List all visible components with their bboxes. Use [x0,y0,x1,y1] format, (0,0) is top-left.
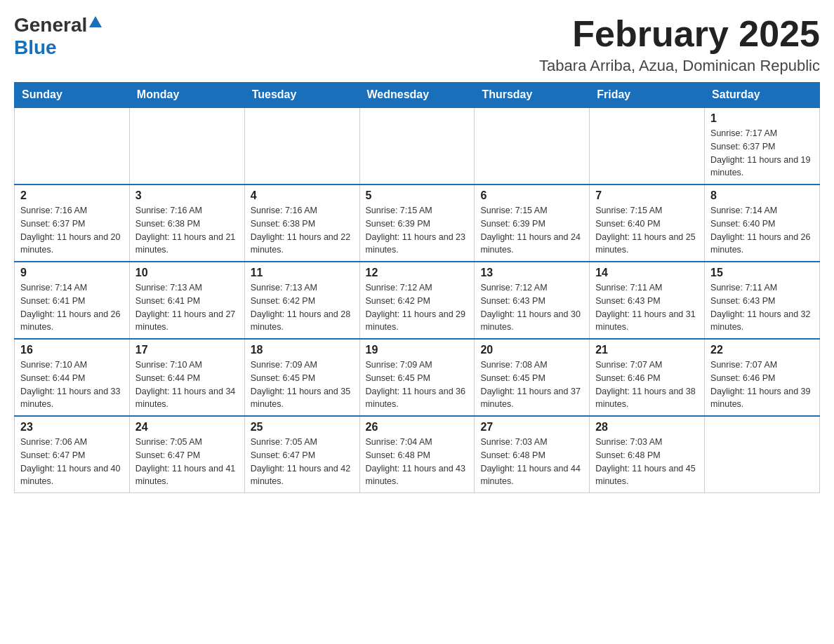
logo-blue-text: Blue [14,36,57,58]
svg-marker-0 [89,16,102,27]
calendar-cell: 1Sunrise: 7:17 AM Sunset: 6:37 PM Daylig… [705,107,820,185]
week-row-5: 23Sunrise: 7:06 AM Sunset: 6:47 PM Dayli… [15,416,820,493]
day-number: 9 [20,267,124,279]
calendar-header-sunday: Sunday [15,83,130,108]
day-info: Sunrise: 7:03 AM Sunset: 6:48 PM Dayligh… [480,436,583,488]
day-number: 19 [366,344,469,356]
day-info: Sunrise: 7:06 AM Sunset: 6:47 PM Dayligh… [20,436,124,488]
calendar-cell: 6Sunrise: 7:15 AM Sunset: 6:39 PM Daylig… [475,185,590,262]
day-info: Sunrise: 7:16 AM Sunset: 6:37 PM Dayligh… [20,204,124,257]
day-info: Sunrise: 7:14 AM Sunset: 6:41 PM Dayligh… [20,281,124,334]
day-info: Sunrise: 7:09 AM Sunset: 6:45 PM Dayligh… [251,358,354,411]
calendar-cell: 28Sunrise: 7:03 AM Sunset: 6:48 PM Dayli… [590,416,705,493]
day-info: Sunrise: 7:05 AM Sunset: 6:47 PM Dayligh… [251,436,354,488]
day-number: 17 [135,344,239,356]
calendar-cell: 5Sunrise: 7:15 AM Sunset: 6:39 PM Daylig… [359,185,475,262]
calendar-cell: 18Sunrise: 7:09 AM Sunset: 6:45 PM Dayli… [244,339,359,416]
day-number: 11 [251,267,354,279]
day-number: 7 [595,189,699,202]
day-info: Sunrise: 7:13 AM Sunset: 6:42 PM Dayligh… [251,281,354,334]
day-info: Sunrise: 7:09 AM Sunset: 6:45 PM Dayligh… [366,358,469,411]
day-info: Sunrise: 7:12 AM Sunset: 6:43 PM Dayligh… [480,281,583,334]
day-number: 18 [251,344,354,356]
day-number: 27 [480,421,583,434]
logo: General Blue [14,14,102,59]
calendar-cell: 17Sunrise: 7:10 AM Sunset: 6:44 PM Dayli… [129,339,244,416]
day-info: Sunrise: 7:10 AM Sunset: 6:44 PM Dayligh… [135,358,239,411]
calendar-cell: 22Sunrise: 7:07 AM Sunset: 6:46 PM Dayli… [705,339,820,416]
day-number: 10 [135,267,239,279]
calendar-cell [15,107,130,185]
day-info: Sunrise: 7:07 AM Sunset: 6:46 PM Dayligh… [710,358,814,411]
day-number: 25 [251,421,354,434]
calendar-cell: 2Sunrise: 7:16 AM Sunset: 6:37 PM Daylig… [15,185,130,262]
calendar-cell: 12Sunrise: 7:12 AM Sunset: 6:42 PM Dayli… [359,262,475,339]
day-number: 22 [710,344,814,356]
day-number: 26 [366,421,469,434]
calendar-header-friday: Friday [590,83,705,108]
day-number: 1 [710,112,814,125]
calendar-cell: 4Sunrise: 7:16 AM Sunset: 6:38 PM Daylig… [244,185,359,262]
day-number: 8 [710,189,814,202]
calendar-cell [590,107,705,185]
day-number: 13 [480,267,583,279]
day-number: 4 [251,189,354,202]
calendar-header-saturday: Saturday [705,83,820,108]
calendar-cell: 10Sunrise: 7:13 AM Sunset: 6:41 PM Dayli… [129,262,244,339]
logo-general-text: General [14,14,87,36]
calendar-cell: 3Sunrise: 7:16 AM Sunset: 6:38 PM Daylig… [129,185,244,262]
calendar-cell: 11Sunrise: 7:13 AM Sunset: 6:42 PM Dayli… [244,262,359,339]
calendar-header-monday: Monday [129,83,244,108]
day-info: Sunrise: 7:03 AM Sunset: 6:48 PM Dayligh… [595,436,699,488]
day-info: Sunrise: 7:15 AM Sunset: 6:40 PM Dayligh… [595,204,699,257]
title-section: February 2025 Tabara Arriba, Azua, Domin… [539,14,820,75]
calendar-cell: 16Sunrise: 7:10 AM Sunset: 6:44 PM Dayli… [15,339,130,416]
calendar-header-row: SundayMondayTuesdayWednesdayThursdayFrid… [15,83,820,108]
week-row-4: 16Sunrise: 7:10 AM Sunset: 6:44 PM Dayli… [15,339,820,416]
day-info: Sunrise: 7:10 AM Sunset: 6:44 PM Dayligh… [20,358,124,411]
day-info: Sunrise: 7:16 AM Sunset: 6:38 PM Dayligh… [251,204,354,257]
day-number: 2 [20,189,124,202]
day-info: Sunrise: 7:15 AM Sunset: 6:39 PM Dayligh… [480,204,583,257]
calendar-cell [705,416,820,493]
day-info: Sunrise: 7:13 AM Sunset: 6:41 PM Dayligh… [135,281,239,334]
day-info: Sunrise: 7:14 AM Sunset: 6:40 PM Dayligh… [710,204,814,257]
week-row-1: 1Sunrise: 7:17 AM Sunset: 6:37 PM Daylig… [15,107,820,185]
calendar-cell [359,107,475,185]
day-info: Sunrise: 7:17 AM Sunset: 6:37 PM Dayligh… [710,127,814,180]
calendar-cell: 23Sunrise: 7:06 AM Sunset: 6:47 PM Dayli… [15,416,130,493]
day-info: Sunrise: 7:08 AM Sunset: 6:45 PM Dayligh… [480,358,583,411]
calendar-cell: 8Sunrise: 7:14 AM Sunset: 6:40 PM Daylig… [705,185,820,262]
page-header: General Blue February 2025 Tabara Arriba… [14,14,820,75]
day-number: 28 [595,421,699,434]
day-info: Sunrise: 7:15 AM Sunset: 6:39 PM Dayligh… [366,204,469,257]
calendar-cell: 24Sunrise: 7:05 AM Sunset: 6:47 PM Dayli… [129,416,244,493]
week-row-3: 9Sunrise: 7:14 AM Sunset: 6:41 PM Daylig… [15,262,820,339]
calendar-header-thursday: Thursday [475,83,590,108]
day-info: Sunrise: 7:05 AM Sunset: 6:47 PM Dayligh… [135,436,239,488]
calendar-cell: 7Sunrise: 7:15 AM Sunset: 6:40 PM Daylig… [590,185,705,262]
calendar-cell: 20Sunrise: 7:08 AM Sunset: 6:45 PM Dayli… [475,339,590,416]
logo-triangle-icon [89,16,102,30]
calendar-cell: 19Sunrise: 7:09 AM Sunset: 6:45 PM Dayli… [359,339,475,416]
calendar-cell: 27Sunrise: 7:03 AM Sunset: 6:48 PM Dayli… [475,416,590,493]
calendar-cell: 25Sunrise: 7:05 AM Sunset: 6:47 PM Dayli… [244,416,359,493]
day-number: 3 [135,189,239,202]
day-info: Sunrise: 7:12 AM Sunset: 6:42 PM Dayligh… [366,281,469,334]
day-number: 21 [595,344,699,356]
location-subtitle: Tabara Arriba, Azua, Dominican Republic [539,57,820,75]
day-number: 12 [366,267,469,279]
day-info: Sunrise: 7:11 AM Sunset: 6:43 PM Dayligh… [710,281,814,334]
day-info: Sunrise: 7:16 AM Sunset: 6:38 PM Dayligh… [135,204,239,257]
calendar-cell: 26Sunrise: 7:04 AM Sunset: 6:48 PM Dayli… [359,416,475,493]
month-title: February 2025 [539,14,820,54]
day-info: Sunrise: 7:07 AM Sunset: 6:46 PM Dayligh… [595,358,699,411]
day-number: 23 [20,421,124,434]
calendar-cell: 15Sunrise: 7:11 AM Sunset: 6:43 PM Dayli… [705,262,820,339]
calendar-cell [129,107,244,185]
day-number: 16 [20,344,124,356]
calendar-header-wednesday: Wednesday [359,83,475,108]
calendar-cell: 13Sunrise: 7:12 AM Sunset: 6:43 PM Dayli… [475,262,590,339]
day-info: Sunrise: 7:11 AM Sunset: 6:43 PM Dayligh… [595,281,699,334]
day-number: 14 [595,267,699,279]
